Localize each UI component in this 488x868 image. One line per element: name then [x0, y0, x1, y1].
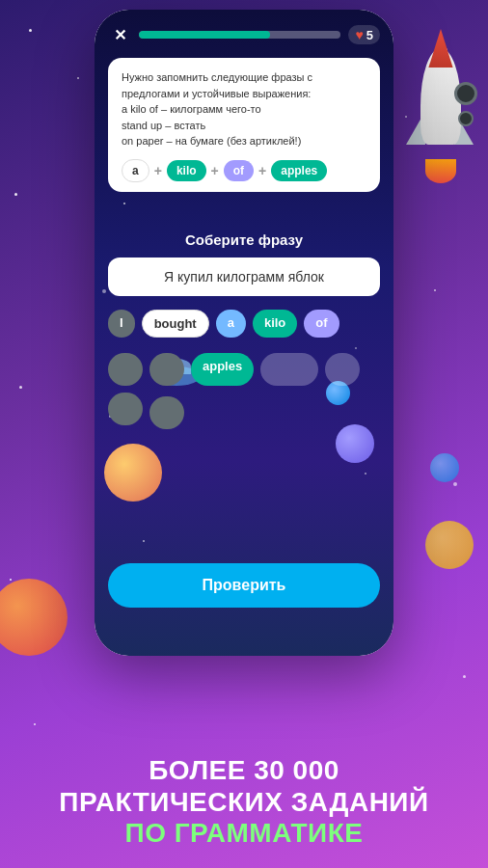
bottom-text-line2: ПРАКТИЧЕСКИХ ЗАДАНИЙ	[39, 787, 449, 818]
info-line1: Нужно запомнить следующие фразы с	[122, 71, 312, 83]
sentence-box: Я купил килограмм яблок	[108, 258, 380, 296]
word-chip-bought[interactable]: bought	[142, 310, 209, 338]
chip-plus-2: +	[211, 163, 219, 178]
deco-planet-right	[425, 521, 474, 569]
bottom-text-line3: ПО ГРАММАТИКЕ	[39, 818, 449, 849]
info-text: Нужно запомнить следующие фразы с предло…	[122, 69, 366, 149]
top-bar: ✕ ♥ 5	[108, 23, 380, 46]
word-chip-kilo[interactable]: kilo	[253, 310, 297, 338]
info-line2: предлогами и устойчивые выражения:	[122, 88, 311, 99]
info-line5: on paper – на бумаге (без артиклей!)	[122, 135, 301, 147]
phone-planet-2	[336, 424, 374, 463]
phone-star	[143, 540, 145, 542]
collect-title: Соберите фразу	[108, 231, 380, 248]
collect-section: Соберите фразу Я купил килограмм яблок I…	[108, 231, 380, 429]
slot-empty-2	[325, 353, 360, 386]
phone-star	[102, 289, 106, 293]
slot-gray-1	[108, 353, 143, 386]
chip-a[interactable]: a	[122, 159, 149, 182]
chip-plus-1: +	[154, 163, 162, 178]
bottom-text-line1: БОЛЕЕ 30 000	[39, 755, 449, 786]
slot-gray-2	[149, 353, 184, 386]
word-chip-of[interactable]: of	[304, 310, 339, 338]
rocket-decoration	[396, 29, 483, 183]
heart-icon: ♥	[355, 27, 363, 42]
hearts-count: 5	[366, 28, 373, 42]
info-card: Нужно запомнить следующие фразы с предло…	[108, 58, 380, 192]
rocket-window-2	[458, 111, 474, 126]
chip-plus-3: +	[258, 163, 266, 178]
word-chips-row: I bought a kilo of	[108, 310, 380, 338]
progress-bar	[139, 31, 340, 39]
rocket-window-1	[454, 82, 477, 105]
chip-kilo[interactable]: kilo	[167, 160, 206, 181]
slots-area: apples	[108, 353, 380, 429]
deco-planet-left	[0, 579, 68, 656]
heart-badge: ♥ 5	[348, 25, 380, 44]
check-button[interactable]: Проверить	[108, 563, 380, 608]
phone-planet-1	[104, 444, 162, 502]
word-chip-apples[interactable]: apples	[191, 353, 254, 386]
rocket-flame	[425, 159, 456, 183]
phrase-chips: a + kilo + of + apples	[122, 159, 366, 182]
close-button[interactable]: ✕	[108, 23, 131, 46]
word-chip-a[interactable]: a	[216, 310, 246, 338]
word-chip-i[interactable]: I	[108, 310, 135, 338]
phone-star	[365, 473, 366, 475]
chip-apples[interactable]: apples	[271, 160, 327, 181]
slot-gray-3	[108, 393, 143, 425]
chip-of[interactable]: of	[224, 160, 254, 181]
phone-screen: ✕ ♥ 5 Нужно запомнить следующие фразы с …	[95, 10, 393, 656]
bottom-text-section: БОЛЕЕ 30 000 ПРАКТИЧЕСКИХ ЗАДАНИЙ ПО ГРА…	[0, 755, 488, 849]
phone-star	[123, 203, 125, 204]
info-line3: a kilo of – килограмм чего-то	[122, 103, 261, 115]
phone-mockup: ✕ ♥ 5 Нужно запомнить следующие фразы с …	[95, 10, 393, 656]
check-button-label: Проверить	[203, 577, 286, 593]
sentence-text: Я купил килограмм яблок	[164, 269, 324, 285]
deco-planet-small	[430, 453, 459, 482]
info-line4: stand up – встать	[122, 120, 205, 131]
slot-gray-4	[149, 396, 184, 429]
progress-fill	[139, 31, 270, 39]
slot-empty-1	[260, 353, 318, 386]
